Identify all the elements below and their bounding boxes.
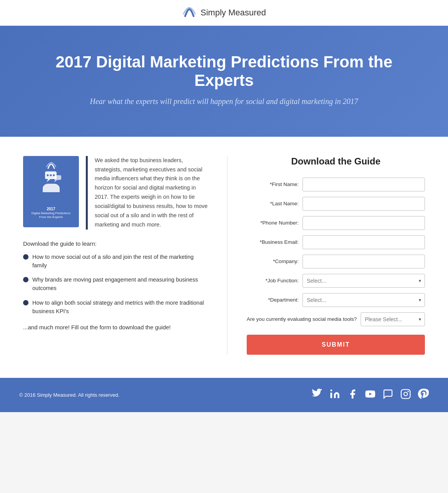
job-function-select[interactable]: Select... xyxy=(303,274,425,288)
right-column: Download the Guide *First Name: *Last Na… xyxy=(247,156,425,355)
email-input[interactable] xyxy=(303,235,425,249)
svg-rect-9 xyxy=(401,389,410,398)
department-select-wrapper: Select... ▾ xyxy=(303,293,425,307)
phone-input[interactable] xyxy=(303,216,425,230)
facebook-icon[interactable] xyxy=(347,389,358,401)
chat-icon[interactable] xyxy=(383,389,393,401)
twitter-icon[interactable] xyxy=(312,389,323,401)
bullet-text-2: Why brands are moving past engagement an… xyxy=(32,276,208,293)
bullet-text-1: How to move social out of a silo and joi… xyxy=(32,253,208,270)
form-title: Download the Guide xyxy=(247,156,425,167)
book-section: 2017 Digital Marketing Predictions From … xyxy=(23,156,208,230)
simply-measured-logo-icon xyxy=(182,5,197,20)
job-function-group: *Job Function: Select... ▾ xyxy=(247,274,425,288)
svg-rect-5 xyxy=(54,175,61,180)
svg-point-11 xyxy=(408,391,408,392)
bullet-list: How to move social out of a silo and joi… xyxy=(23,253,208,316)
company-label: *Company: xyxy=(247,258,299,264)
company-input[interactable] xyxy=(303,255,425,268)
book-spine-divider xyxy=(86,156,88,230)
job-function-select-wrapper: Select... ▾ xyxy=(303,274,425,288)
evaluating-group: Are you currently evaluating social medi… xyxy=(247,312,425,326)
submit-button[interactable]: SUBMIT xyxy=(247,335,425,355)
left-column: 2017 Digital Marketing Predictions From … xyxy=(23,156,208,355)
last-name-group: *Last Name: xyxy=(247,197,425,211)
download-learn-label: Download the guide to learn: xyxy=(23,240,208,247)
list-item: How to align both social strategy and me… xyxy=(23,299,208,316)
youtube-icon[interactable] xyxy=(365,389,376,401)
svg-point-3 xyxy=(50,174,52,176)
svg-point-10 xyxy=(404,392,407,396)
hero-subtitle: Hear what the experts will predict will … xyxy=(31,97,417,106)
first-name-label: *First Name: xyxy=(247,181,299,187)
phone-label: *Phone Number: xyxy=(247,220,299,226)
main-content: 2017 Digital Marketing Predictions From … xyxy=(0,137,448,378)
hero-title: 2017 Digital Marketing Predictions From … xyxy=(31,53,417,90)
email-group: *Business Email: xyxy=(247,235,425,249)
header: Simply Measured xyxy=(0,0,448,26)
first-name-input[interactable] xyxy=(303,178,425,191)
list-item: Why brands are moving past engagement an… xyxy=(23,276,208,293)
company-group: *Company: xyxy=(247,255,425,268)
cta-text: ...and much more! Fill out the form to d… xyxy=(23,324,208,330)
footer: © 2016 Simply Measured. All rights reser… xyxy=(0,378,448,412)
svg-marker-1 xyxy=(47,179,50,182)
department-select[interactable]: Select... xyxy=(303,293,425,307)
linkedin-icon[interactable] xyxy=(329,389,340,401)
svg-marker-6 xyxy=(54,180,57,182)
bullet-dot-icon xyxy=(23,300,28,305)
svg-point-7 xyxy=(330,389,332,391)
footer-social-icons xyxy=(312,389,429,401)
department-label: *Department: xyxy=(247,297,299,303)
book-hands-svg xyxy=(37,170,65,195)
logo-container: Simply Measured xyxy=(182,5,266,20)
svg-point-2 xyxy=(47,174,48,176)
bullet-dot-icon xyxy=(23,277,28,282)
list-item: How to move social out of a silo and joi… xyxy=(23,253,208,270)
last-name-label: *Last Name: xyxy=(247,201,299,206)
bullet-dot-icon xyxy=(23,254,28,260)
pinterest-icon[interactable] xyxy=(418,389,429,401)
header-brand-name: Simply Measured xyxy=(201,8,266,18)
last-name-input[interactable] xyxy=(303,197,425,211)
book-description: We asked the top business leaders, strat… xyxy=(95,156,208,230)
instagram-icon[interactable] xyxy=(400,389,411,401)
book-cover: 2017 Digital Marketing Predictions From … xyxy=(23,156,79,227)
email-label: *Business Email: xyxy=(247,239,299,245)
first-name-group: *First Name: xyxy=(247,178,425,191)
hero-banner: 2017 Digital Marketing Predictions From … xyxy=(0,26,448,137)
column-divider xyxy=(227,156,227,355)
department-group: *Department: Select... ▾ xyxy=(247,293,425,307)
evaluating-select[interactable]: Please Select... xyxy=(361,312,425,326)
evaluating-select-wrapper: Please Select... ▾ xyxy=(361,312,425,326)
book-logo-icon xyxy=(46,161,57,170)
job-function-label: *Job Function: xyxy=(247,278,299,283)
evaluating-label: Are you currently evaluating social medi… xyxy=(247,312,357,323)
footer-copyright: © 2016 Simply Measured. All rights reser… xyxy=(19,392,119,398)
bullet-text-3: How to align both social strategy and me… xyxy=(32,299,208,316)
book-title: 2017 Digital Marketing Predictions From … xyxy=(25,206,77,220)
phone-group: *Phone Number: xyxy=(247,216,425,230)
